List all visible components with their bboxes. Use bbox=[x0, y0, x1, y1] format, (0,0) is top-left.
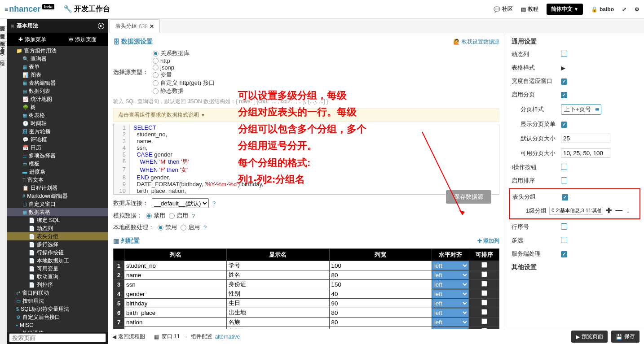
col-name-input[interactable] bbox=[124, 299, 226, 308]
col-align-select[interactable]: left bbox=[432, 308, 469, 317]
tree-file[interactable]: 📄行操作按钮 bbox=[7, 248, 108, 257]
property-checkbox[interactable] bbox=[561, 237, 567, 243]
tree-file[interactable]: 📄表头分组 bbox=[7, 232, 108, 240]
tree-folder[interactable]: ▦树表格 bbox=[7, 111, 108, 119]
tree-folder[interactable]: ▪MISC bbox=[7, 321, 108, 329]
col-sortable-checkbox[interactable] bbox=[481, 262, 487, 268]
col-width-input[interactable] bbox=[330, 318, 432, 327]
tree-folder[interactable]: ▤数据列表 bbox=[7, 87, 108, 95]
tree-folder[interactable]: ▬进度条 bbox=[7, 168, 108, 176]
col-disp-input[interactable] bbox=[227, 327, 329, 329]
tree-folder[interactable]: 🕐时间轴 bbox=[7, 119, 108, 127]
col-align-select[interactable]: left bbox=[432, 280, 469, 289]
expand-icon[interactable]: ⤢ bbox=[622, 6, 626, 13]
property-select[interactable]: 上下+页号 bbox=[561, 104, 601, 115]
tree-folder[interactable]: ☰多项选择器 bbox=[7, 152, 108, 160]
group-add-icon[interactable]: ✚ bbox=[606, 206, 612, 215]
col-align-select[interactable]: left bbox=[432, 270, 469, 279]
col-name-input[interactable] bbox=[124, 289, 226, 298]
datasource-help-link[interactable]: 🙋教我设置数据源 bbox=[453, 38, 499, 46]
mock-enable-radio[interactable]: 启用 bbox=[169, 212, 188, 220]
vertical-tab[interactable]: 角色管理 bbox=[0, 26, 7, 34]
col-sortable-checkbox[interactable] bbox=[481, 271, 487, 277]
col-name-input[interactable] bbox=[124, 327, 226, 329]
tree-folder[interactable]: T富文本 bbox=[7, 176, 108, 184]
settings-icon[interactable]: ⚙ bbox=[635, 6, 640, 13]
col-width-input[interactable] bbox=[330, 327, 432, 329]
vertical-tab[interactable]: 页面管理 bbox=[0, 19, 7, 26]
tree-folder[interactable]: ▢自定义窗口 bbox=[7, 200, 108, 208]
save-datasource-button[interactable]: 保存数据源 bbox=[446, 190, 491, 204]
source-type-radio[interactable]: http bbox=[153, 57, 215, 64]
property-checkbox[interactable] bbox=[561, 122, 567, 128]
tutorial-link[interactable]: ▤教程 bbox=[521, 5, 538, 13]
tree-folder[interactable]: ⚙自定义后台接口 bbox=[7, 313, 108, 321]
tree-folder[interactable]: 📈统计地图 bbox=[7, 95, 108, 103]
col-align-select[interactable]: left bbox=[432, 289, 469, 298]
tree-folder[interactable]: 💬评论框 bbox=[7, 135, 108, 144]
property-text-input[interactable] bbox=[561, 134, 610, 143]
group-down-icon[interactable]: ↓ bbox=[626, 206, 630, 215]
group-value-input[interactable] bbox=[549, 207, 603, 215]
language-select[interactable]: 简体中文 ▼ bbox=[547, 4, 583, 15]
col-align-select[interactable]: left bbox=[432, 299, 469, 308]
tree-file[interactable]: 📄绑定 SQL bbox=[7, 216, 108, 224]
col-sortable-checkbox[interactable] bbox=[481, 281, 487, 287]
tree-folder[interactable]: ⇄窗口间联动 bbox=[7, 289, 108, 297]
vertical-tab[interactable]: 自定义 Http 接口 bbox=[0, 42, 7, 61]
tree-folder[interactable]: ▭模板 bbox=[7, 160, 108, 168]
source-type-radio[interactable]: 关系数据库 bbox=[153, 49, 215, 57]
tree-folder[interactable]: $SQL标识符变量用法 bbox=[7, 305, 108, 313]
source-type-radio[interactable]: jsonp bbox=[153, 64, 215, 71]
mock-disable-radio[interactable]: 禁用 bbox=[146, 212, 165, 220]
tree-folder[interactable]: 🌳树 bbox=[7, 103, 108, 111]
col-disp-input[interactable] bbox=[227, 308, 329, 317]
workbench-link[interactable]: 🔧 开发工作台 bbox=[63, 4, 110, 14]
tree-folder[interactable]: 🔍查询器 bbox=[7, 55, 108, 63]
preview-button[interactable]: ▶预览页面 bbox=[571, 331, 608, 343]
source-type-radio[interactable]: 自定义 http(get) 接口 bbox=[153, 79, 215, 87]
source-type-radio[interactable]: 静态数据 bbox=[153, 87, 215, 95]
help-icon[interactable]: ? bbox=[203, 224, 207, 231]
help-icon[interactable]: ? bbox=[212, 200, 216, 207]
col-sortable-checkbox[interactable] bbox=[481, 309, 487, 315]
col-width-input[interactable] bbox=[330, 299, 432, 308]
col-name-input[interactable] bbox=[124, 280, 226, 289]
tree-file[interactable]: 📄可用变量 bbox=[7, 265, 108, 273]
property-text-input[interactable] bbox=[561, 148, 610, 158]
col-name-input[interactable] bbox=[124, 318, 226, 327]
col-disp-input[interactable] bbox=[227, 261, 329, 270]
close-icon[interactable]: ✕ bbox=[150, 23, 154, 30]
sql-editor[interactable]: 1SELECT2 student_no,3 name,4 ssn,5 CASE … bbox=[113, 124, 499, 195]
tab-header-group[interactable]: 表头分组638 ✕ bbox=[110, 19, 160, 33]
tree-file[interactable]: 📄多行选择 bbox=[7, 240, 108, 248]
tree-folder[interactable]: 📋日程计划器 bbox=[7, 184, 108, 192]
col-disp-input[interactable] bbox=[227, 299, 329, 308]
localfn-enable-radio[interactable]: 启用 bbox=[181, 223, 200, 231]
expand-icon[interactable]: ▶ bbox=[561, 65, 565, 71]
add-menu-button[interactable]: ✚添加菜单 bbox=[7, 36, 57, 44]
community-link[interactable]: 💬社区 bbox=[494, 5, 513, 13]
col-width-input[interactable] bbox=[330, 280, 432, 289]
col-align-select[interactable]: left bbox=[432, 318, 469, 327]
tree-folder[interactable]: ▦数据表格 bbox=[7, 208, 108, 216]
col-width-input[interactable] bbox=[330, 308, 432, 317]
tree-folder[interactable]: 📅日历 bbox=[7, 144, 108, 152]
tree-folder[interactable]: 📊图表 bbox=[7, 71, 108, 79]
col-sortable-checkbox[interactable] bbox=[481, 290, 487, 296]
col-width-input[interactable] bbox=[330, 289, 432, 298]
col-sortable-checkbox[interactable] bbox=[481, 300, 487, 305]
property-checkbox[interactable] bbox=[561, 164, 567, 170]
property-checkbox[interactable] bbox=[561, 223, 567, 230]
property-checkbox[interactable] bbox=[561, 177, 567, 183]
vertical-tab[interactable]: 全局配置 bbox=[0, 34, 7, 42]
col-disp-input[interactable] bbox=[227, 270, 329, 279]
add-page-button[interactable]: ⊕添加页面 bbox=[57, 36, 108, 44]
add-column-button[interactable]: ✚ 添加列 bbox=[477, 237, 499, 245]
user-menu[interactable]: 🔒baibo bbox=[591, 6, 614, 13]
tree-file[interactable]: 📄动态列 bbox=[7, 224, 108, 232]
tree-file[interactable]: 📄本地数据加工 bbox=[7, 257, 108, 265]
col-name-input[interactable] bbox=[124, 308, 226, 317]
localfn-disable-radio[interactable]: 禁用 bbox=[158, 223, 177, 231]
col-align-select[interactable]: left bbox=[432, 261, 469, 270]
